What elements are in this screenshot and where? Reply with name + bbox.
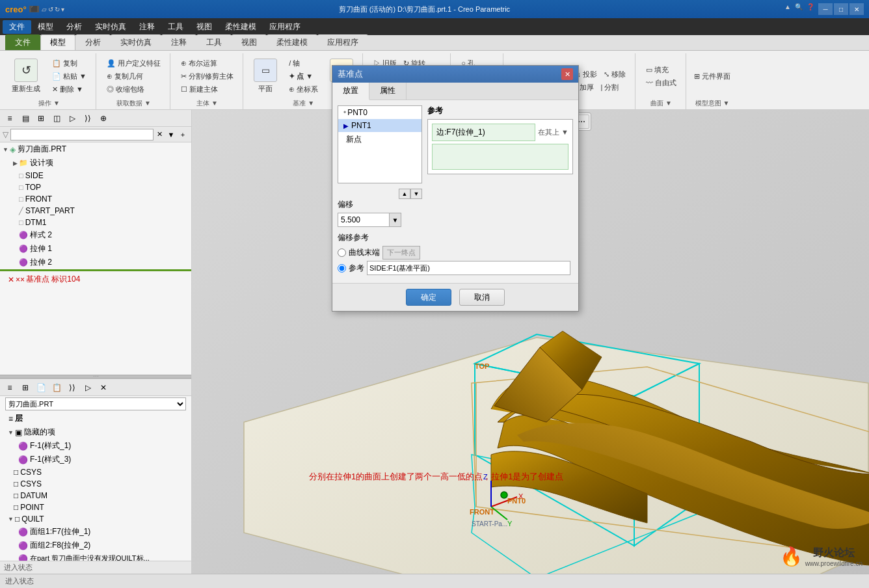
ref-value-input[interactable]: SIDE:F1(基准平面) <box>367 261 570 275</box>
offset-dropdown-btn[interactable]: ▼ <box>390 213 401 227</box>
btn-freestyle[interactable]: 〰 自由式 <box>643 77 679 89</box>
ref-type-dropdown[interactable]: 在其上 ▼ <box>538 127 568 137</box>
btn-csys[interactable]: ⊕ 坐标系 <box>286 83 321 96</box>
btn-new-body[interactable]: ☐ 新建主体 <box>178 83 236 96</box>
menu-analysis[interactable]: 分析 <box>60 20 88 34</box>
dialog-tab-placement[interactable]: 放置 <box>332 83 369 100</box>
layer-quilt-f8[interactable]: 🟣 面组2:F8(拉伸_2) <box>0 539 191 552</box>
panel-btn-b[interactable]: ⊕ <box>96 112 111 125</box>
layer-csys[interactable]: ▶ □ CSYS <box>0 466 191 478</box>
tab-flexible[interactable]: 柔性建模 <box>267 34 317 50</box>
maximize-button[interactable]: □ <box>834 3 848 15</box>
tree-item-startpart[interactable]: ▶ ╱ START_PART <box>0 205 191 217</box>
tab-simulation[interactable]: 实时仿真 <box>111 34 161 50</box>
layer-style3[interactable]: 🟣 F-1(样式_3) <box>0 453 191 466</box>
search-options-btn[interactable]: ▼ <box>165 129 177 140</box>
layer-curve[interactable]: ▶ □ CSYS <box>0 478 191 490</box>
layer-style1[interactable]: 🟣 F-1(样式_1) <box>0 439 191 453</box>
menu-annotation[interactable]: 注释 <box>133 20 161 34</box>
tree-item-extrude1[interactable]: ▶ 🟣 拉伸 1 <box>0 242 191 256</box>
tree-search-input[interactable] <box>10 129 154 140</box>
panel-btn-list[interactable]: ▤ <box>18 112 33 125</box>
panel-btn-grid[interactable]: ⊞ <box>34 112 48 125</box>
btn-axis[interactable]: / 轴 <box>286 57 321 70</box>
minimize-button[interactable]: ─ <box>818 3 833 15</box>
lower-btn-d[interactable]: 📋 <box>49 381 64 394</box>
close-button[interactable]: ✕ <box>849 3 864 15</box>
layer-quilt[interactable]: ▼ □ QUILT <box>0 513 191 525</box>
dialog-title[interactable]: 基准点 ✕ <box>332 66 578 83</box>
panel-btn-more[interactable]: ▷ <box>65 112 79 125</box>
btn-move[interactable]: ⤡ 移除 <box>601 68 628 81</box>
lower-btn-c[interactable]: 📄 <box>34 381 48 394</box>
list-down-btn[interactable]: ▼ <box>410 189 422 199</box>
tree-item-design[interactable]: ▶ 📁 设计项 <box>0 156 191 170</box>
menu-file[interactable]: 文件 <box>3 20 31 34</box>
layer-quilt-f7[interactable]: 🟣 面组1:F7(拉伸_1) <box>0 525 191 539</box>
lower-btn-e[interactable]: ▷ <box>81 381 95 394</box>
btn-regenerate[interactable]: ↺ 重新生成 <box>7 55 46 98</box>
btn-copy[interactable]: 📋 复制 <box>49 57 89 70</box>
btn-plane[interactable]: ▭ 平面 <box>248 55 282 98</box>
tab-annotation[interactable]: 注释 <box>161 34 196 50</box>
list-up-btn[interactable]: ▲ <box>399 189 410 199</box>
menu-tools[interactable]: 工具 <box>161 20 190 34</box>
btn-user-feature[interactable]: 👤 用户定义特征 <box>104 57 163 70</box>
dialog-tab-properties[interactable]: 属性 <box>369 83 407 100</box>
menu-flexible[interactable]: 柔性建模 <box>219 20 263 34</box>
radio-ref-input[interactable] <box>338 264 346 273</box>
panel-btn-a[interactable]: ⟩⟩ <box>81 112 95 125</box>
layer-hidden[interactable]: ▼ ▣ 隐藏的项 <box>0 425 191 439</box>
tree-item-datum-point[interactable]: ✕ ×× 基准点 标识104 <box>0 273 191 286</box>
btn-divide[interactable]: | 分割 <box>598 81 622 94</box>
layer-datum[interactable]: ▶ □ DATUM <box>0 490 191 501</box>
lower-btn-more[interactable]: ⟩⟩ <box>65 381 79 394</box>
tab-analysis[interactable]: 分析 <box>75 34 111 50</box>
search-add-btn[interactable]: + <box>177 129 189 140</box>
btn-shrink[interactable]: ◎ 收缩包络 <box>104 83 163 96</box>
tree-item-extrude2[interactable]: ▶ 🟣 拉伸 2 <box>0 256 191 269</box>
lower-select[interactable]: 剪刀曲面.PRT <box>5 397 186 410</box>
tab-model[interactable]: 模型 <box>40 34 75 50</box>
tab-tools[interactable]: 工具 <box>196 34 232 50</box>
dialog-cancel-button[interactable]: 取消 <box>459 289 505 306</box>
dialog-close-button[interactable]: ✕ <box>561 68 573 80</box>
point-pnt1[interactable]: ▶ PNT1 <box>338 119 421 132</box>
lower-btn-f[interactable]: ✕ <box>96 381 111 394</box>
layer-quilt-none1[interactable]: 🟣 在part 剪刀曲面中没有发现QUILT标... <box>0 552 191 561</box>
tree-item-front[interactable]: ▶ □ FRONT <box>0 193 191 205</box>
btn-delete[interactable]: ✕ 删除 ▼ <box>49 83 89 96</box>
point-new[interactable]: 新点 <box>338 132 421 147</box>
offset-input[interactable] <box>338 213 390 227</box>
btn-fill[interactable]: ▭ 填充 <box>643 64 679 76</box>
tab-view[interactable]: 视图 <box>232 34 267 50</box>
tree-item-part[interactable]: ▼ ◈ 剪刀曲面.PRT <box>0 142 191 156</box>
tree-item-dtm1[interactable]: ▶ □ DTM1 <box>0 217 191 228</box>
dialog-ok-button[interactable]: 确定 <box>406 289 451 306</box>
next-point-btn[interactable]: 下一终点 <box>382 246 420 260</box>
lower-btn-a[interactable]: ≡ <box>3 381 17 394</box>
tree-item-top[interactable]: ▶ □ TOP <box>0 181 191 193</box>
btn-point[interactable]: ✦ 点 ▼ <box>286 70 321 83</box>
layer-point[interactable]: ▶ □ POINT <box>0 501 191 513</box>
ref-field[interactable]: 边:F7(拉伸_1) <box>432 124 535 141</box>
menu-apps[interactable]: 应用程序 <box>263 20 307 34</box>
menu-model[interactable]: 模型 <box>31 20 60 34</box>
tree-item-side[interactable]: ▶ □ SIDE <box>0 170 191 181</box>
menu-simulation[interactable]: 实时仿真 <box>88 20 133 34</box>
point-pnt0[interactable]: • PNT0 <box>338 106 421 119</box>
search-clear-btn[interactable]: ✕ <box>154 129 165 140</box>
btn-paste[interactable]: 📄 粘贴 ▼ <box>49 70 89 83</box>
btn-split-trim[interactable]: ✂ 分割/修剪主体 <box>178 70 236 83</box>
lower-btn-b[interactable]: ⊞ <box>18 381 33 394</box>
panel-btn-layers[interactable]: ≡ <box>3 112 17 125</box>
tab-apps[interactable]: 应用程序 <box>317 34 368 50</box>
radio-curve-end-input[interactable] <box>338 248 346 257</box>
btn-copy-geom[interactable]: ⊕ 复制几何 <box>104 70 163 83</box>
btn-boolean[interactable]: ⊕ 布尔运算 <box>178 57 236 70</box>
tree-item-style2[interactable]: ▶ 🟣 样式 2 <box>0 228 191 242</box>
btn-element-interface[interactable]: ⊞ 元件界面 <box>691 70 733 83</box>
panel-btn-preview[interactable]: ◫ <box>49 112 64 125</box>
tab-file[interactable]: 文件 <box>5 34 40 50</box>
menu-view[interactable]: 视图 <box>190 20 219 34</box>
